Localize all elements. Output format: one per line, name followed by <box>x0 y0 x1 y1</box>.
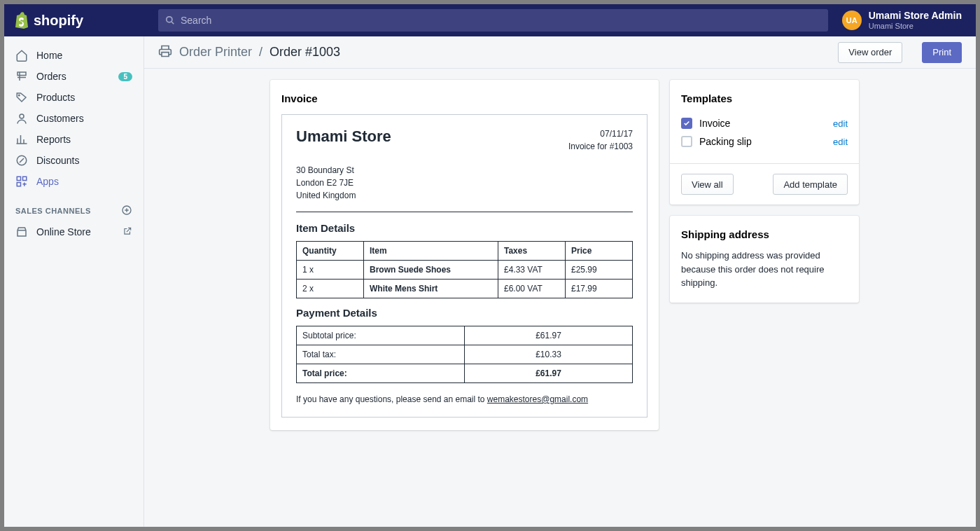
nav-label: Apps <box>36 176 59 187</box>
page-header: Order Printer / Order #1003 View order P… <box>144 36 976 69</box>
print-icon <box>158 44 172 61</box>
shopify-bag-icon <box>14 12 29 29</box>
invoice-card: Invoice Umami Store 07/11/17 Invoice for… <box>270 80 659 430</box>
breadcrumb-separator: / <box>259 45 262 60</box>
store-name: Umami Store <box>296 127 391 146</box>
products-icon <box>15 91 28 104</box>
avatar: UA <box>842 11 862 30</box>
template-checkbox[interactable] <box>681 136 692 147</box>
global-search[interactable]: Search <box>158 9 828 32</box>
shipping-text: No shipping address was provided because… <box>681 249 848 290</box>
contact-email[interactable]: wemakestores@gmail.com <box>487 394 588 404</box>
user-name: Umami Store Admin <box>869 11 962 21</box>
svg-point-0 <box>167 17 172 22</box>
nav-label: Discounts <box>36 155 79 166</box>
nav-label: Customers <box>36 113 84 124</box>
orders-badge: 5 <box>118 72 132 81</box>
invoice-for: Invoice for #1003 <box>568 140 633 153</box>
nav-products[interactable]: Products <box>4 87 144 108</box>
nav-home[interactable]: Home <box>4 45 144 66</box>
brand-name: shopify <box>34 13 83 29</box>
templates-card: Templates Invoice edit Packing slip <box>670 80 859 205</box>
user-store: Umami Store <box>869 22 962 30</box>
search-icon <box>165 15 175 25</box>
add-template-button[interactable]: Add template <box>773 174 848 195</box>
svg-rect-6 <box>23 177 27 180</box>
item-row: 1 x Brown Suede Shoes £4.33 VAT £25.99 <box>297 261 633 280</box>
discounts-icon <box>15 154 28 167</box>
invoice-title: Invoice <box>281 92 648 104</box>
breadcrumb-app[interactable]: Order Printer <box>179 45 252 60</box>
orders-icon <box>15 70 28 83</box>
svg-point-3 <box>20 114 24 118</box>
nav-label: Home <box>36 50 62 61</box>
template-row-invoice: Invoice edit <box>681 114 848 132</box>
items-table: Quantity Item Taxes Price 1 x Brown Sued… <box>296 241 633 298</box>
reports-icon <box>15 133 28 146</box>
nav-label: Orders <box>36 71 66 82</box>
invoice-footer: If you have any questions, please send a… <box>296 394 633 404</box>
nav-customers[interactable]: Customers <box>4 108 144 129</box>
apps-icon <box>15 175 28 188</box>
brand-logo[interactable]: shopify <box>4 12 144 29</box>
user-menu[interactable]: UA Umami Store Admin Umami Store <box>842 11 976 30</box>
invoice-document: Umami Store 07/11/17 Invoice for #1003 3… <box>281 114 648 418</box>
col-taxes: Taxes <box>498 242 566 261</box>
col-item: Item <box>364 242 498 261</box>
view-order-button[interactable]: View order <box>838 42 902 63</box>
edit-template-link[interactable]: edit <box>833 118 848 129</box>
print-button[interactable]: Print <box>922 42 962 63</box>
shipping-title: Shipping address <box>681 228 848 240</box>
templates-title: Templates <box>681 92 848 104</box>
payment-table: Subtotal price:£61.97 Total tax:£10.33 T… <box>296 326 633 383</box>
nav-discounts[interactable]: Discounts <box>4 150 144 171</box>
template-checkbox[interactable] <box>681 118 692 129</box>
channels-header: SALES CHANNELS <box>15 207 91 215</box>
address-line: 30 Boundary St <box>296 164 633 177</box>
sidebar: Home Orders 5 Products Customers Reports <box>4 36 144 527</box>
nav-reports[interactable]: Reports <box>4 129 144 150</box>
home-icon <box>15 49 28 62</box>
svg-line-1 <box>172 22 174 25</box>
address-line: United Kingdom <box>296 189 633 202</box>
svg-rect-7 <box>17 183 20 186</box>
view-all-templates-button[interactable]: View all <box>681 174 734 195</box>
nav-label: Reports <box>36 134 71 145</box>
nav-orders[interactable]: Orders 5 <box>4 66 144 87</box>
breadcrumb-current: Order #1003 <box>270 45 340 60</box>
nav-label: Online Store <box>36 226 91 237</box>
search-placeholder: Search <box>181 15 211 26</box>
template-label: Invoice <box>699 118 730 129</box>
nav-label: Products <box>36 92 75 103</box>
external-link-icon[interactable] <box>122 226 132 238</box>
col-price: Price <box>566 242 633 261</box>
item-row: 2 x White Mens Shirt £6.00 VAT £17.99 <box>297 280 633 298</box>
template-label: Packing slip <box>699 136 752 147</box>
edit-template-link[interactable]: edit <box>833 137 848 147</box>
item-details-header: Item Details <box>296 222 633 234</box>
add-channel-icon[interactable] <box>121 205 132 217</box>
address-line: London E2 7JE <box>296 177 633 189</box>
payment-details-header: Payment Details <box>296 307 633 319</box>
shipping-card: Shipping address No shipping address was… <box>670 216 859 303</box>
svg-rect-5 <box>17 177 20 180</box>
col-quantity: Quantity <box>297 242 364 261</box>
svg-point-2 <box>19 95 20 96</box>
nav-apps[interactable]: Apps <box>4 171 144 192</box>
template-row-packing-slip: Packing slip edit <box>681 132 848 151</box>
invoice-date: 07/11/17 <box>568 127 633 140</box>
customers-icon <box>15 112 28 125</box>
nav-online-store[interactable]: Online Store <box>4 221 144 242</box>
store-icon <box>15 226 28 238</box>
